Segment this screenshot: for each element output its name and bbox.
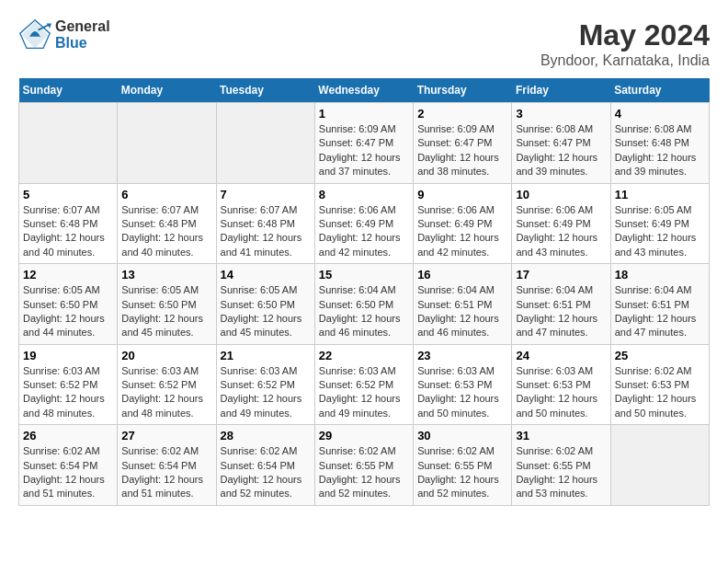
day-number: 16 <box>417 268 507 282</box>
calendar-cell: 15Sunrise: 6:04 AMSunset: 6:50 PMDayligh… <box>314 264 413 345</box>
calendar-cell: 26Sunrise: 6:02 AMSunset: 6:54 PMDayligh… <box>19 425 118 506</box>
calendar-week-row: 1Sunrise: 6:09 AMSunset: 6:47 PMDaylight… <box>19 103 710 184</box>
day-number: 28 <box>221 429 311 442</box>
day-info: Sunrise: 6:03 AMSunset: 6:52 PMDaylight:… <box>23 364 113 421</box>
calendar-cell: 8Sunrise: 6:06 AMSunset: 6:49 PMDaylight… <box>314 183 413 264</box>
day-info: Sunrise: 6:02 AMSunset: 6:55 PMDaylight:… <box>417 444 507 501</box>
calendar-cell <box>118 103 216 184</box>
day-number: 1 <box>319 107 409 121</box>
calendar-week-row: 5Sunrise: 6:07 AMSunset: 6:48 PMDaylight… <box>19 183 710 264</box>
weekday-header: Sunday <box>19 78 118 103</box>
weekday-header: Thursday <box>414 78 512 103</box>
calendar-cell: 19Sunrise: 6:03 AMSunset: 6:52 PMDayligh… <box>19 344 118 425</box>
day-info: Sunrise: 6:03 AMSunset: 6:52 PMDaylight:… <box>319 364 409 421</box>
day-number: 25 <box>615 349 705 362</box>
calendar-cell: 16Sunrise: 6:04 AMSunset: 6:51 PMDayligh… <box>414 264 512 345</box>
calendar-cell <box>19 103 118 184</box>
calendar-cell: 18Sunrise: 6:04 AMSunset: 6:51 PMDayligh… <box>610 264 709 345</box>
day-info: Sunrise: 6:02 AMSunset: 6:53 PMDaylight:… <box>615 364 705 421</box>
day-number: 13 <box>121 268 211 282</box>
calendar-cell: 5Sunrise: 6:07 AMSunset: 6:48 PMDaylight… <box>19 183 118 264</box>
day-info: Sunrise: 6:02 AMSunset: 6:54 PMDaylight:… <box>23 444 113 501</box>
calendar-cell <box>610 425 709 506</box>
weekday-header: Friday <box>512 78 610 103</box>
day-number: 17 <box>516 268 606 282</box>
logo-icon <box>18 18 51 52</box>
calendar-cell: 12Sunrise: 6:05 AMSunset: 6:50 PMDayligh… <box>19 264 118 345</box>
day-number: 5 <box>23 188 113 201</box>
calendar-table: SundayMondayTuesdayWednesdayThursdayFrid… <box>18 78 710 506</box>
day-number: 7 <box>221 188 311 201</box>
weekday-header: Saturday <box>610 78 709 103</box>
calendar-cell: 20Sunrise: 6:03 AMSunset: 6:52 PMDayligh… <box>118 344 216 425</box>
calendar-cell: 4Sunrise: 6:08 AMSunset: 6:48 PMDaylight… <box>610 103 709 184</box>
day-info: Sunrise: 6:04 AMSunset: 6:50 PMDaylight:… <box>319 283 409 340</box>
day-number: 27 <box>121 429 211 442</box>
day-info: Sunrise: 6:02 AMSunset: 6:55 PMDaylight:… <box>319 444 409 501</box>
day-number: 29 <box>319 429 409 442</box>
page-header: General Blue May 2024 Byndoor, Karnataka… <box>18 18 710 69</box>
day-info: Sunrise: 6:07 AMSunset: 6:48 PMDaylight:… <box>23 203 113 260</box>
day-number: 2 <box>417 107 507 121</box>
day-info: Sunrise: 6:02 AMSunset: 6:54 PMDaylight:… <box>221 444 311 501</box>
weekday-header: Monday <box>118 78 216 103</box>
day-info: Sunrise: 6:04 AMSunset: 6:51 PMDaylight:… <box>615 283 705 340</box>
day-info: Sunrise: 6:05 AMSunset: 6:49 PMDaylight:… <box>615 203 705 260</box>
day-info: Sunrise: 6:04 AMSunset: 6:51 PMDaylight:… <box>417 283 507 340</box>
calendar-cell: 2Sunrise: 6:09 AMSunset: 6:47 PMDaylight… <box>414 103 512 184</box>
title-block: May 2024 Byndoor, Karnataka, India <box>540 18 710 69</box>
calendar-cell: 9Sunrise: 6:06 AMSunset: 6:49 PMDaylight… <box>414 183 512 264</box>
subtitle: Byndoor, Karnataka, India <box>540 52 710 69</box>
day-number: 31 <box>516 429 606 442</box>
calendar-cell: 1Sunrise: 6:09 AMSunset: 6:47 PMDaylight… <box>314 103 413 184</box>
day-info: Sunrise: 6:06 AMSunset: 6:49 PMDaylight:… <box>417 203 507 260</box>
day-number: 26 <box>23 429 113 442</box>
day-info: Sunrise: 6:08 AMSunset: 6:47 PMDaylight:… <box>516 122 606 179</box>
calendar-cell: 21Sunrise: 6:03 AMSunset: 6:52 PMDayligh… <box>216 344 314 425</box>
day-info: Sunrise: 6:05 AMSunset: 6:50 PMDaylight:… <box>23 283 113 340</box>
main-title: May 2024 <box>540 18 710 52</box>
day-info: Sunrise: 6:03 AMSunset: 6:53 PMDaylight:… <box>516 364 606 421</box>
calendar-cell: 11Sunrise: 6:05 AMSunset: 6:49 PMDayligh… <box>610 183 709 264</box>
calendar-cell: 25Sunrise: 6:02 AMSunset: 6:53 PMDayligh… <box>610 344 709 425</box>
calendar-cell: 28Sunrise: 6:02 AMSunset: 6:54 PMDayligh… <box>216 425 314 506</box>
calendar-cell: 6Sunrise: 6:07 AMSunset: 6:48 PMDaylight… <box>118 183 216 264</box>
day-number: 22 <box>319 349 409 362</box>
logo: General Blue <box>18 18 110 52</box>
day-info: Sunrise: 6:03 AMSunset: 6:52 PMDaylight:… <box>121 364 211 421</box>
day-info: Sunrise: 6:03 AMSunset: 6:52 PMDaylight:… <box>221 364 311 421</box>
weekday-header: Wednesday <box>314 78 413 103</box>
day-number: 18 <box>615 268 705 282</box>
day-info: Sunrise: 6:06 AMSunset: 6:49 PMDaylight:… <box>516 203 606 260</box>
calendar-cell <box>216 103 314 184</box>
day-number: 11 <box>615 188 705 201</box>
day-info: Sunrise: 6:02 AMSunset: 6:55 PMDaylight:… <box>516 444 606 501</box>
day-number: 10 <box>516 188 606 201</box>
calendar-week-row: 19Sunrise: 6:03 AMSunset: 6:52 PMDayligh… <box>19 344 710 425</box>
day-number: 21 <box>221 349 311 362</box>
day-info: Sunrise: 6:04 AMSunset: 6:51 PMDaylight:… <box>516 283 606 340</box>
calendar-cell: 29Sunrise: 6:02 AMSunset: 6:55 PMDayligh… <box>314 425 413 506</box>
calendar-week-row: 12Sunrise: 6:05 AMSunset: 6:50 PMDayligh… <box>19 264 710 345</box>
day-number: 3 <box>516 107 606 121</box>
day-number: 8 <box>319 188 409 201</box>
calendar-cell: 24Sunrise: 6:03 AMSunset: 6:53 PMDayligh… <box>512 344 610 425</box>
day-info: Sunrise: 6:09 AMSunset: 6:47 PMDaylight:… <box>319 122 409 179</box>
day-info: Sunrise: 6:05 AMSunset: 6:50 PMDaylight:… <box>221 283 311 340</box>
day-number: 14 <box>221 268 311 282</box>
day-info: Sunrise: 6:07 AMSunset: 6:48 PMDaylight:… <box>221 203 311 260</box>
calendar-cell: 7Sunrise: 6:07 AMSunset: 6:48 PMDaylight… <box>216 183 314 264</box>
day-number: 4 <box>615 107 705 121</box>
day-info: Sunrise: 6:06 AMSunset: 6:49 PMDaylight:… <box>319 203 409 260</box>
day-info: Sunrise: 6:07 AMSunset: 6:48 PMDaylight:… <box>121 203 211 260</box>
calendar-cell: 22Sunrise: 6:03 AMSunset: 6:52 PMDayligh… <box>314 344 413 425</box>
weekday-header: Tuesday <box>216 78 314 103</box>
calendar-cell: 17Sunrise: 6:04 AMSunset: 6:51 PMDayligh… <box>512 264 610 345</box>
day-number: 19 <box>23 349 113 362</box>
calendar-cell: 27Sunrise: 6:02 AMSunset: 6:54 PMDayligh… <box>118 425 216 506</box>
calendar-cell: 13Sunrise: 6:05 AMSunset: 6:50 PMDayligh… <box>118 264 216 345</box>
day-info: Sunrise: 6:03 AMSunset: 6:53 PMDaylight:… <box>417 364 507 421</box>
calendar-week-row: 26Sunrise: 6:02 AMSunset: 6:54 PMDayligh… <box>19 425 710 506</box>
day-info: Sunrise: 6:02 AMSunset: 6:54 PMDaylight:… <box>121 444 211 501</box>
calendar-cell: 14Sunrise: 6:05 AMSunset: 6:50 PMDayligh… <box>216 264 314 345</box>
